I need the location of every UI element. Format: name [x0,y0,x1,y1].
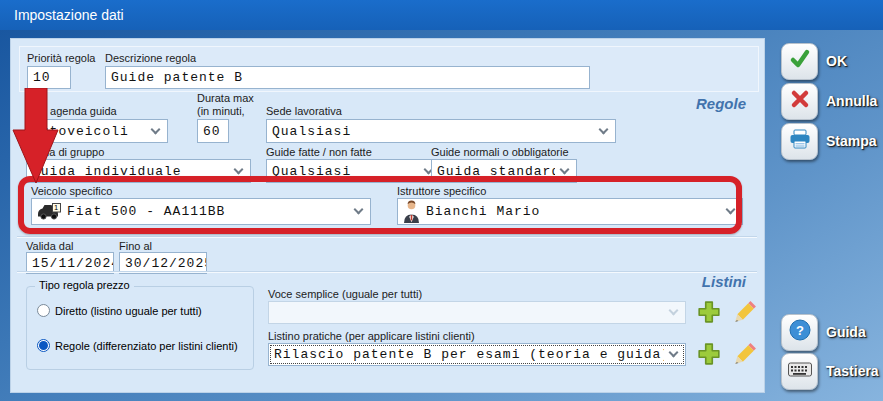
tipo-agenda-guida-value: Autoveicoli [32,124,129,139]
annulla-button-label: Annulla [826,93,877,109]
radio-checked-icon[interactable] [37,339,50,352]
valida-dal-value: 15/11/2024 [32,256,114,271]
window-title: Impostazione dati [14,7,124,23]
radio-diretto[interactable]: Diretto (listino uguale per tutti) [37,304,202,317]
guida-button[interactable]: ? [781,314,818,351]
svg-text:1: 1 [54,203,59,212]
car-icon: 1 [37,203,61,220]
rule-header-panel: Priorità regola 10 Descrizione regola Gu… [19,46,759,92]
chevron-down-icon [354,205,364,215]
guide-fatte-value: Qualsiasi [272,164,351,179]
veicolo-specifico-label: Veicolo specifico [31,185,112,197]
annulla-button[interactable] [781,83,818,120]
guide-fatte-select[interactable]: Qualsiasi [266,159,441,183]
sede-lavorativa-select[interactable]: Qualsiasi [266,119,616,143]
veicolo-specifico-value: Fiat 500 - AA111BB [67,204,225,219]
guide-fatte-label: Guide fatte / non fatte [266,146,372,158]
help-question-icon: ? [789,319,811,345]
ok-button-label: OK [826,53,847,69]
fino-al-value: 30/12/2025 [125,256,207,271]
sede-lavorativa-label: Sede lavorativa [266,105,342,117]
radio-regole-label: Regole (differenziato per listini client… [55,340,238,352]
listino-pratiche-value: Rilascio patente B per esami (teoria e g… [274,347,664,362]
check-icon [789,48,811,74]
guide-normali-label: Guide normali o obbligatorie [431,146,569,158]
listino-pratiche-label: Listino pratiche (per applicare listini … [268,330,475,342]
guida-di-gruppo-select[interactable]: Guida individuale [26,159,251,183]
radio-diretto-label: Diretto (listino uguale per tutti) [55,305,202,317]
svg-text:?: ? [796,323,804,338]
tastiera-button[interactable] [781,353,818,390]
regole-section-label: Regole [696,95,746,112]
cancel-x-icon [790,89,810,113]
veicolo-specifico-select[interactable]: 1 Fiat 500 - AA111BB [31,198,371,225]
tipo-regola-prezzo-group: Tipo regola prezzo Diretto (listino ugua… [26,286,254,370]
ok-button[interactable] [781,43,818,80]
guide-normali-select[interactable]: Guida standard [431,159,577,183]
stampa-button-label: Stampa [826,133,877,149]
chevron-down-icon [234,164,244,174]
istruttore-specifico-label: Istruttore specifico [397,185,486,197]
printer-icon [789,129,811,153]
tastiera-button-label: Tastiera [826,363,879,379]
chevron-down-icon [669,348,679,358]
durata-max-input[interactable]: 60 [197,119,229,143]
add-listino-button plus-icon[interactable] [697,342,721,370]
title-bar: Impostazione dati [0,0,883,30]
sede-lavorativa-value: Qualsiasi [272,124,351,139]
priorita-regola-value: 10 [33,70,51,85]
edit-voce-button pencil-icon[interactable] [733,300,757,328]
section-divider [17,271,757,273]
durata-max-label-line2: (in minuti, [197,105,245,117]
section-divider [17,236,757,238]
durata-max-value: 60 [203,124,221,139]
chevron-down-icon [726,205,736,215]
guida-di-gruppo-label: Guida di gruppo [26,146,104,158]
edit-listino-button pencil-icon[interactable] [733,342,757,370]
durata-max-label-line1: Durata max [197,92,254,104]
instructor-icon [403,200,420,223]
descrizione-regola-input[interactable]: Guide patente B [105,66,590,89]
valida-dal-label: Valida dal [26,240,74,252]
istruttore-specifico-value: Bianchi Mario [426,204,540,219]
voce-semplice-label: Voce semplice (uguale per tutti) [268,288,422,300]
guida-di-gruppo-value: Guida individuale [32,164,182,179]
guida-button-label: Guida [826,324,866,340]
priorita-regola-input[interactable]: 10 [27,66,71,89]
guide-normali-value: Guida standard [437,164,555,179]
radio-regole[interactable]: Regole (differenziato per listini client… [37,339,238,352]
chevron-down-icon [669,306,679,316]
descrizione-regola-label: Descrizione regola [105,52,196,64]
add-voce-button plus-icon[interactable] [697,300,721,328]
chevron-down-icon [560,164,570,174]
chevron-down-icon [151,124,161,134]
stampa-button[interactable] [781,123,818,160]
chevron-down-icon [599,124,609,134]
dialog-content: Priorità regola 10 Descrizione regola Gu… [10,38,765,393]
descrizione-regola-value: Guide patente B [111,70,243,85]
radio-unchecked-icon[interactable] [37,304,50,317]
tipo-agenda-guida-label: Tipo agenda guida [26,105,117,117]
keyboard-icon [788,361,812,382]
listino-pratiche-select[interactable]: Rilascio patente B per esami (teoria e g… [268,343,686,366]
istruttore-specifico-select[interactable]: Bianchi Mario [397,198,743,225]
voce-semplice-select[interactable] [268,301,686,324]
tipo-agenda-guida-select[interactable]: Autoveicoli [26,119,168,143]
priorita-regola-label: Priorità regola [27,52,95,64]
tipo-regola-prezzo-label: Tipo regola prezzo [35,279,134,291]
listini-section-label: Listini [702,273,746,290]
fino-al-label: Fino al [119,240,152,252]
